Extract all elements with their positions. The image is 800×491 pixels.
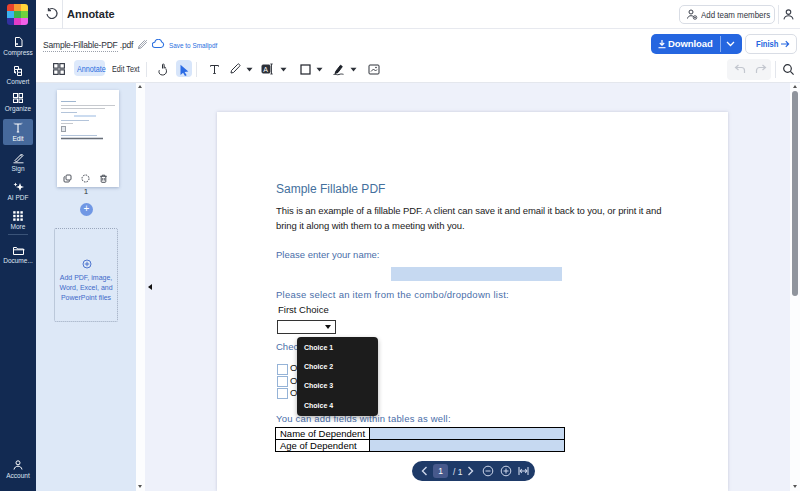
svg-text:A: A [263,66,268,73]
